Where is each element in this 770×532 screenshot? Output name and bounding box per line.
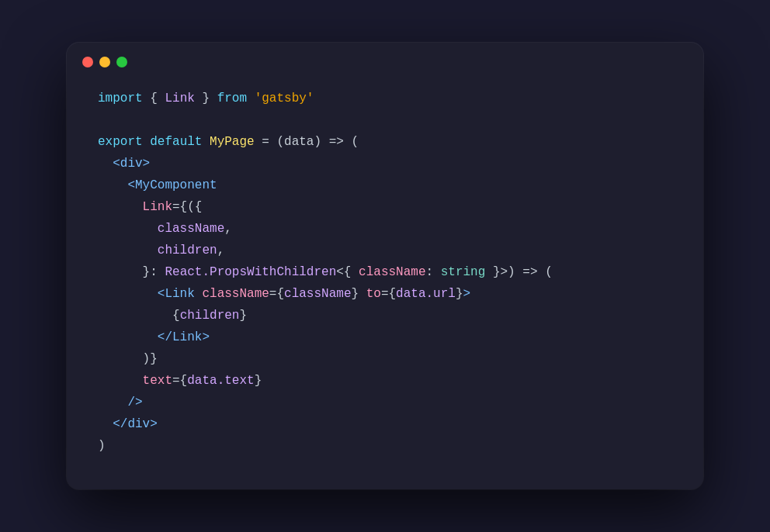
maximize-button[interactable] <box>116 57 127 67</box>
close-button[interactable] <box>82 57 93 67</box>
titlebar <box>67 43 703 77</box>
minimize-button[interactable] <box>99 57 110 67</box>
code-editor[interactable]: import { Link } from 'gatsby' export def… <box>67 77 703 465</box>
editor-window: import { Link } from 'gatsby' export def… <box>67 43 703 489</box>
